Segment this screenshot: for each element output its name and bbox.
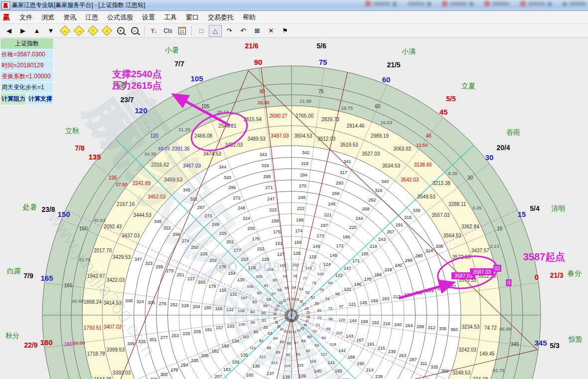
- solar-term-label: 处暑: [22, 203, 37, 211]
- menu-item-10[interactable]: 帮助: [238, 11, 260, 23]
- pan-up-icon[interactable]: ↑: [86, 25, 99, 37]
- spiral-number: 52: [305, 290, 310, 295]
- highlight-value-text: 3587.03: [473, 269, 491, 275]
- menu-item-1[interactable]: 文件: [15, 11, 37, 23]
- gann-wheel-chart[interactable]: 1530456075901051201351501651801952102252…: [0, 38, 588, 379]
- toolbar: ◀▶▲▼←→↑↓+−T↓Cls21□△↷↶⊠✕⚑: [0, 24, 588, 38]
- spiral-number: 50: [314, 301, 319, 306]
- nav-down-icon[interactable]: ▼: [44, 25, 57, 37]
- spiral-number: 243: [378, 237, 386, 242]
- zoom-in-icon[interactable]: +: [114, 25, 127, 37]
- solar-term-label: 秋分: [5, 332, 19, 340]
- delete-box-icon[interactable]: ⊠: [251, 25, 264, 37]
- menu-item-9[interactable]: 交易委托: [203, 11, 238, 23]
- triangle-tool-icon[interactable]: △: [209, 25, 222, 37]
- nav-right-icon[interactable]: ▶: [16, 25, 29, 37]
- nav-up-icon[interactable]: ▲: [30, 25, 43, 37]
- menu-item-4[interactable]: 江恩: [81, 11, 103, 23]
- price-ring-b-value: 3564.53: [443, 233, 462, 238]
- spiral-number: 294: [300, 173, 307, 178]
- price-ring-b-value: 3557.03: [432, 212, 450, 218]
- spiral-number: 143: [346, 334, 353, 339]
- calc-resistance-button[interactable]: 计算阻力: [0, 93, 27, 105]
- spiral-number: 182: [211, 349, 219, 354]
- spiral-number: 191: [367, 342, 374, 347]
- spiral-number: 193: [382, 296, 389, 301]
- spiral-number: 336: [439, 326, 446, 331]
- spiral-number: 204: [192, 304, 200, 309]
- spiral-number: 302: [160, 372, 168, 377]
- spiral-number: 199: [271, 218, 279, 223]
- spiral-number: 74: [325, 297, 329, 301]
- spiral-number: 296: [228, 185, 236, 190]
- spiral-number: 51: [311, 295, 315, 300]
- spiral-number: 49: [317, 308, 321, 313]
- spiral-number: 95: [326, 327, 331, 331]
- degree-label: 75: [319, 58, 327, 66]
- spiral-number: 300: [147, 300, 155, 305]
- spiral-number: 344: [219, 165, 226, 170]
- spiral-number: 72: [317, 316, 322, 320]
- rotate-ccw-icon[interactable]: ↶: [237, 25, 250, 37]
- degree-ring-label: 60: [375, 104, 381, 109]
- solar-term-label: 春分: [568, 269, 582, 277]
- menu-item-7[interactable]: 工具: [159, 11, 181, 23]
- spiral-number: 194: [374, 272, 382, 277]
- calc-support-button[interactable]: 计算支撑: [27, 93, 54, 105]
- price-ring-a-value: 3362.84: [461, 224, 480, 229]
- nav-left-icon[interactable]: ◀: [2, 25, 15, 37]
- spiral-number: 299: [155, 264, 163, 269]
- degree-label: 105: [190, 74, 203, 83]
- fraction-ring-label: 15.63: [380, 120, 392, 125]
- spiral-number: 239: [388, 349, 396, 354]
- menu-item-2[interactable]: 浏览: [37, 11, 59, 23]
- fraction-ring-label: 40.63: [93, 217, 105, 223]
- menu-bar: 赢 文件浏览资讯江恩公式选股设置工具窗口交易委托帮助: [0, 11, 588, 24]
- spiral-number: 222: [297, 206, 304, 211]
- fraction-ring-label: 9.38: [448, 171, 457, 176]
- degree-label: 45: [440, 108, 448, 116]
- date-label: 22/9: [24, 341, 37, 349]
- pan-left-icon[interactable]: ←: [58, 25, 71, 37]
- price-ring-b-value: 3497.03: [271, 133, 289, 139]
- solar-term-label: 立夏: [461, 82, 475, 90]
- support-annotation-line2: 压力2615点: [112, 80, 161, 91]
- spiral-number: 219: [370, 244, 377, 249]
- price-ring-b-value: 3549.53: [418, 194, 436, 199]
- menu-item-6[interactable]: 设置: [138, 11, 159, 23]
- shrink-icon[interactable]: ✕: [265, 25, 278, 37]
- spiral-number: 290: [415, 253, 423, 258]
- spiral-number: 73: [328, 306, 332, 311]
- spiral-number: 218: [385, 267, 392, 272]
- time-row: 时间=20180129: [0, 60, 54, 71]
- calendar-icon[interactable]: 21: [175, 25, 188, 37]
- pan-down-icon[interactable]: ↓: [100, 25, 113, 37]
- spiral-number: 171: [352, 258, 360, 263]
- menu-item-5[interactable]: 公式选股: [103, 11, 138, 23]
- spiral-number: 271: [265, 185, 273, 190]
- spiral-number: 167: [356, 338, 364, 343]
- flag-icon[interactable]: ⚑: [279, 25, 292, 37]
- fraction-ring-label: 18.75: [341, 105, 353, 111]
- menu-item-3[interactable]: 资讯: [59, 11, 81, 23]
- date-label: 20/4: [496, 144, 510, 152]
- clear-button[interactable]: Cls: [161, 25, 174, 37]
- date-label: 23/7: [120, 96, 134, 104]
- price-ring-a-value: 3213.38: [433, 181, 451, 186]
- zoom-out-icon[interactable]: −: [128, 25, 141, 37]
- fraction-ring-label: 96.88: [499, 326, 511, 332]
- price-ring-a-value: 2690.27: [270, 113, 288, 119]
- fraction-ring-label: 21.88: [299, 98, 311, 104]
- spiral-number: 360: [450, 327, 458, 332]
- rect-tool-icon[interactable]: □: [195, 25, 208, 37]
- spiral-number: 190: [357, 361, 364, 366]
- time-axis-icon[interactable]: T↓: [147, 25, 160, 37]
- spiral-number: 205: [194, 329, 201, 334]
- spiral-number: 206: [201, 353, 209, 358]
- spiral-number: 121: [349, 302, 356, 307]
- menu-item-8[interactable]: 窗口: [181, 11, 203, 23]
- price-ring-a-value: 2914.46: [346, 123, 365, 129]
- highlight-value-text: 0: [507, 280, 510, 286]
- rotate-cw-icon[interactable]: ↷: [223, 25, 236, 37]
- pan-right-icon[interactable]: →: [72, 25, 85, 37]
